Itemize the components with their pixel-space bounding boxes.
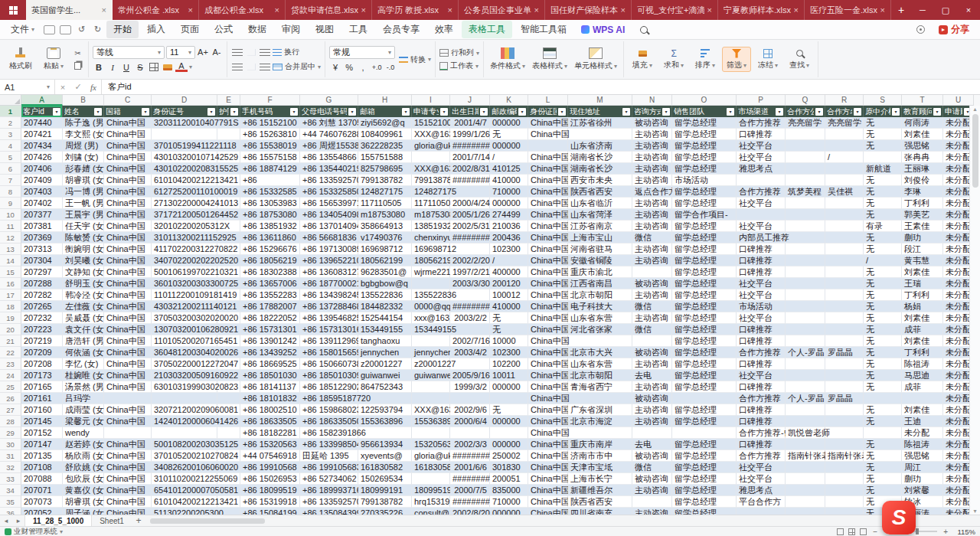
cell[interactable]: 被动咨询: [632, 393, 672, 404]
cell[interactable]: 无: [864, 175, 902, 186]
filter-dropdown-icon[interactable]: ▾: [440, 108, 448, 116]
cell[interactable]: [450, 427, 490, 439]
cell[interactable]: [825, 370, 864, 381]
cell[interactable]: 无: [490, 129, 528, 140]
percent-icon[interactable]: %: [343, 61, 355, 74]
cell[interactable]: China中国: [528, 370, 568, 381]
cell[interactable]: 口碑推荐: [737, 381, 786, 393]
cell[interactable]: 360103200303300725: [152, 278, 217, 289]
cell[interactable]: 罗晶晶: [825, 347, 864, 358]
cell[interactable]: [450, 324, 490, 335]
cell[interactable]: wendy: [63, 427, 104, 439]
table-header-cell[interactable]: 现住地址▾: [568, 106, 632, 117]
home-button[interactable]: [0, 0, 26, 20]
cell[interactable]: 无: [864, 209, 902, 221]
cell[interactable]: China中国: [104, 140, 152, 152]
cell[interactable]: 刘昊曦 (女: [63, 255, 104, 266]
column-header-Q[interactable]: Q: [786, 95, 825, 106]
cell[interactable]: consult@16: [412, 508, 450, 515]
cell[interactable]: [825, 358, 864, 370]
cell[interactable]: +86 18002510: [240, 404, 300, 416]
column-header-S[interactable]: S: [864, 95, 902, 106]
cell[interactable]: ########: [450, 232, 490, 243]
cell[interactable]: 微信: [632, 301, 672, 312]
cell[interactable]: 河北省张家: [568, 324, 632, 335]
cell[interactable]: China中国: [104, 209, 152, 221]
row-number[interactable]: 1: [0, 106, 21, 117]
cell[interactable]: 710000: [490, 186, 528, 198]
zoom-slider-knob[interactable]: [916, 528, 919, 534]
cell[interactable]: [825, 427, 864, 439]
cell[interactable]: 124827175: [358, 186, 412, 198]
cell[interactable]: [825, 243, 864, 255]
cell[interactable]: 王一帆 (男: [63, 198, 104, 209]
table-header-cell[interactable]: 合作方公▾: [786, 106, 825, 117]
cell[interactable]: China中国: [528, 152, 568, 163]
filter-dropdown-icon[interactable]: ▾: [402, 108, 410, 116]
cell[interactable]: 平台合作方: [737, 496, 786, 508]
cell[interactable]: [786, 243, 825, 255]
cell[interactable]: 无: [864, 473, 902, 485]
cell[interactable]: 留学总经理: [672, 117, 737, 129]
cell[interactable]: 无: [864, 266, 902, 278]
row-number[interactable]: 16: [0, 278, 21, 289]
align-center-icon[interactable]: [245, 60, 257, 73]
file-tab[interactable]: 成都公积金.xlsx×: [199, 0, 286, 20]
file-tab[interactable]: 贷款申请信息.xlsx×: [286, 0, 372, 20]
cell[interactable]: 主动咨询: [632, 221, 672, 232]
cell[interactable]: 161830582: [358, 462, 412, 473]
cell[interactable]: 184482332: [358, 301, 412, 312]
file-tab[interactable]: 英国留学生...×: [26, 0, 113, 20]
cell[interactable]: 207403: [21, 186, 63, 198]
cell[interactable]: /: [490, 255, 528, 266]
table-header-cell[interactable]: 原中介机▾: [864, 106, 902, 117]
cell[interactable]: 留学总经理: [672, 278, 737, 289]
cell[interactable]: [412, 393, 450, 404]
cell[interactable]: 成雨莹 (女: [63, 404, 104, 416]
cell[interactable]: +86 周煜155380: [300, 140, 358, 152]
cell[interactable]: 去电: [632, 370, 672, 381]
cell[interactable]: 207377: [21, 209, 63, 221]
filter-dropdown-icon[interactable]: ▾: [933, 108, 941, 116]
row-number[interactable]: 35: [0, 496, 21, 508]
cell[interactable]: 王素佳: [902, 221, 943, 232]
cell[interactable]: 207173: [21, 370, 63, 381]
cell[interactable]: 湖南省长沙: [568, 152, 632, 163]
cell[interactable]: 何雨涛: [902, 117, 943, 129]
row-number[interactable]: 22: [0, 347, 21, 358]
cell[interactable]: 留学总经理: [672, 381, 737, 393]
file-tab[interactable]: 高学历 教授.xlsx×: [372, 0, 459, 20]
cell[interactable]: 主动咨询: [632, 312, 672, 324]
table-header-cell[interactable]: 出生日期▾: [450, 106, 490, 117]
convert-type-button[interactable]: 转换 ▾: [399, 54, 431, 65]
cell[interactable]: 主动咨询: [632, 198, 672, 209]
cell[interactable]: 唐浩轩 (男: [63, 335, 104, 347]
cell[interactable]: 山东省菏泽: [568, 209, 632, 221]
save-icon[interactable]: [44, 25, 55, 34]
cell[interactable]: [672, 427, 737, 439]
cell[interactable]: 500106199702210321: [152, 266, 217, 278]
cell[interactable]: 留学总经理: [672, 358, 737, 370]
cell[interactable]: 117110505: [412, 198, 450, 209]
cell[interactable]: 冯一博 (男: [63, 186, 104, 198]
cell[interactable]: 274499: [490, 209, 528, 221]
cell[interactable]: 丁利利: [902, 347, 943, 358]
row-number[interactable]: 7: [0, 175, 21, 186]
cell[interactable]: China中国: [104, 462, 152, 473]
cell[interactable]: 陈祖涛: [902, 358, 943, 370]
cell[interactable]: 留学总经理: [672, 508, 737, 515]
cell[interactable]: 135522836: [358, 289, 412, 301]
row-number[interactable]: 24: [0, 370, 21, 381]
cell[interactable]: 胡睿琪 (女: [63, 175, 104, 186]
bold-icon[interactable]: B: [93, 61, 105, 74]
cell[interactable]: 微信: [632, 462, 672, 473]
cell[interactable]: [786, 129, 825, 140]
cell[interactable]: 2002/3/3: [450, 439, 490, 450]
cell[interactable]: /: [825, 152, 864, 163]
cell[interactable]: 留学总经理: [672, 485, 737, 496]
cell[interactable]: +86 1343982452: [300, 289, 358, 301]
cell[interactable]: 无: [490, 312, 528, 324]
cancel-entry-icon[interactable]: ×: [55, 83, 70, 92]
cell[interactable]: +86 18753080: [240, 209, 300, 221]
cell[interactable]: 207313: [21, 243, 63, 255]
